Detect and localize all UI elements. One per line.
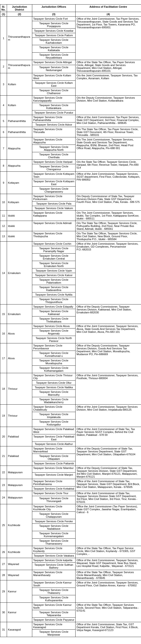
cell-district: Idukki <box>7 210 32 221</box>
cell-office: Taxpayer Services Circle Manjoswar <box>32 630 76 637</box>
col-subheader-1: (1) <box>0 12 7 16</box>
cell-office: Taxpayer Services Circle Chalappuram <box>32 512 76 519</box>
cell-address: Office of the Joint Commissioner of Stat… <box>76 427 141 446</box>
cell-office: Taxpayer Services Circle Thamarassery <box>32 538 76 546</box>
table-row: 8AlappuzhaTaxpayer Services Circle Harip… <box>0 160 141 164</box>
cell-district: Wayanad <box>7 558 32 570</box>
cell-district: Kozhikode <box>7 504 32 546</box>
cell-office: Taxpayer Services Circle Kottayam Town <box>32 172 76 179</box>
cell-office: Taxpayer Services Circle Perinthalmanna <box>32 479 76 486</box>
cell-address: Office of the State Tax Officer, Taxpaye… <box>76 570 141 580</box>
cell-sl: 18 <box>0 373 7 404</box>
table-header-row: Sl.No. Jurisdiction District Jurisdictio… <box>0 4 141 12</box>
cell-address: Office of the Deputy Commissioner of Sta… <box>76 466 141 479</box>
cell-address: Office of the Joint Commissioner, Tax Pa… <box>76 16 141 60</box>
cell-office: Taxpayer Services Circle North Paravur <box>32 336 76 343</box>
cell-sl: 11 <box>0 210 7 221</box>
table-subheader-row: (1) (2) (3) (4) <box>0 12 141 16</box>
cell-office: Taxpayer Services Circle kalpetta <box>32 558 76 562</box>
table-row: 18ThrissurTaxpayer Services Circle Thris… <box>0 373 141 380</box>
cell-district: Malappuram <box>7 479 32 491</box>
cell-office: Taxpayer Services Circle Edapally <box>32 304 76 309</box>
cell-office: Taxpayer Services Circle Thrippunithura <box>32 297 76 304</box>
cell-office: Taxpayer Services Circle Muvattupuzha <box>32 358 76 366</box>
cell-office: Taxpayer Services Circle Punalur <box>32 110 76 115</box>
cell-district: Malappuram <box>7 491 32 504</box>
table-row: 25KozhikodeTaxpayer Services Circle Kozh… <box>0 504 141 512</box>
cell-office: Taxpayer Services Circle Sulthan Bathery <box>32 562 76 570</box>
table-row: 24MalappuramTaxpayer Services Circle Tir… <box>0 491 141 496</box>
table-row: 21PalakkadTaxpayer Services Circle Manna… <box>0 446 141 454</box>
cell-office: Taxpayer Services Circle Kuthuparamba <box>32 595 76 603</box>
cell-office: Taxpayer Services Circle Palarivattom <box>32 278 76 285</box>
cell-sl: 8 <box>0 160 7 172</box>
cell-sl: 27 <box>0 558 7 570</box>
cell-office: Taxpayer Services Circle Pala <box>32 202 76 206</box>
table-row: 14ErnakulamTaxpayer Services Circle Coch… <box>0 242 141 246</box>
cell-address: Office of the Joint Commissioner, Taxpay… <box>76 580 141 603</box>
cell-office: Taxpayer Services Circle Vatakara <box>32 554 76 558</box>
cell-office: Taxpayer Services Circle Cherthala <box>32 152 76 160</box>
table-row: 16AluvaTaxpayer Services Circle AluvaOff… <box>0 324 141 328</box>
cell-office: Taxpayer Services Circle Kottarakkara <box>32 103 76 110</box>
table-row: 6PathanamthittaTaxpayer Services Circle … <box>0 127 141 137</box>
cell-sl: 26 <box>0 546 7 558</box>
cell-address: O/o The State Tax Officer, Taxpayer Serv… <box>76 231 141 242</box>
cell-office: Taxpayer Services Circle Kunnamangalam <box>32 531 76 538</box>
cell-office: Taxpayer Services Circle Adoor <box>32 122 76 127</box>
col-subheader-4: (4) <box>76 12 141 16</box>
cell-office: Taxpayer Services Circle Mannarkkad <box>32 446 76 454</box>
cell-office: Taxpayer Services Circle Payyanur <box>32 618 76 622</box>
cell-office: Taxpayer Services Circle Kattappana <box>32 210 76 221</box>
cell-address: O/o The Joint Commissioner, Taxpayer Ser… <box>76 210 141 221</box>
cell-office: Taxpayer Services Circle Alappuzha <box>32 137 76 145</box>
cell-office: Taxpayer Services Circle Kozhikode City <box>32 504 76 512</box>
cell-sl: 23 <box>0 479 7 491</box>
cell-address: Office of the Joint Commissioner, Taxpay… <box>76 324 141 343</box>
table-row: 4KollamTaxpayer Services Circle Karunaga… <box>0 96 141 103</box>
col-subheader-3: (3) <box>32 12 76 16</box>
table-row: 28WayanadTaxpayer Services Circle Manant… <box>0 570 141 580</box>
cell-office: Taxpayer Services Circle Kottayam East <box>32 179 76 186</box>
cell-sl: 31 <box>0 622 7 637</box>
col-header-district: Jurisdiction District <box>7 4 32 12</box>
cell-sl: 29 <box>0 580 7 603</box>
table-row: 19ThrissurTaxpayer Services Circle Chala… <box>0 404 141 412</box>
cell-office: Taxpayer Services Circle Ernakulam Centr… <box>32 254 76 261</box>
cell-address: Office of the Joint Commissioner, Taxpay… <box>76 373 141 404</box>
cell-office: Taxpayer Services Circle Kannur South <box>32 580 76 588</box>
table-row: 22MalappuramTaxpayer Services Circle Nil… <box>0 466 141 472</box>
table-row: 13IdukkiTaxpayer Services Circle Thodupu… <box>0 231 141 242</box>
cell-district: Pathanamthitta <box>7 127 32 137</box>
cell-district: Thrissur <box>7 373 32 404</box>
cell-office: Taxpayer Services Circle Cochin <box>32 242 76 246</box>
cell-sl: 4 <box>0 96 7 115</box>
cell-district: Ernakulam <box>7 242 32 304</box>
table-row: 29KannurTaxpayer Services Circle Kannur … <box>0 580 141 588</box>
cell-district: Kottayam <box>7 194 32 210</box>
cell-office: Taxpayer Services Circle Neyyattinkara <box>32 52 76 60</box>
cell-office: Taxpayer Services Circle Thrissur City <box>32 373 76 380</box>
col-header-sl: Sl.No. <box>0 4 7 12</box>
cell-district: Idukki <box>7 231 32 242</box>
table-row: 17AluvaTaxpayer Services Circle Perumbav… <box>0 343 141 351</box>
cell-office: Taxpayer Services Circle Nattika <box>32 385 76 390</box>
cell-address: Office of the Deputy Commissioner, Taxpa… <box>76 304 141 324</box>
cell-office: Taxpayer Services Circle Ottapalam <box>32 454 76 461</box>
cell-district: Wayanad <box>7 570 32 580</box>
cell-sl: 2 <box>0 60 7 73</box>
cell-office: Taxpayer Services Circle Thrikkakkara <box>32 316 76 324</box>
cell-office: Taxpayer Services Circle Panampilly Naga… <box>32 246 76 254</box>
cell-district: Kollam <box>7 96 32 115</box>
cell-office: Taxpayer Services Circle Nadakkave <box>32 524 76 531</box>
cell-office: Taxpayer Services Circle Haripad <box>32 160 76 164</box>
cell-office: Taxpayer Services Circle Kottakkal <box>32 486 76 491</box>
cell-sl: 22 <box>0 466 7 479</box>
cell-office: Taxpayer Services Circle Kaloor <box>32 273 76 278</box>
cell-office: Taxpayer Services Circle Thodupuzha <box>32 231 76 242</box>
cell-office: Taxpayer Services Circle Nilambur <box>32 466 76 472</box>
cell-office: Taxpayer Services Circle Alathur <box>32 442 76 446</box>
cell-address: Office of the Joint Commissioner, State … <box>76 622 141 637</box>
cell-office: Taxpayer Services Circle Vaikom <box>32 206 76 210</box>
cell-office: Taxpayer Services Circle Alappuzha North <box>32 145 76 152</box>
